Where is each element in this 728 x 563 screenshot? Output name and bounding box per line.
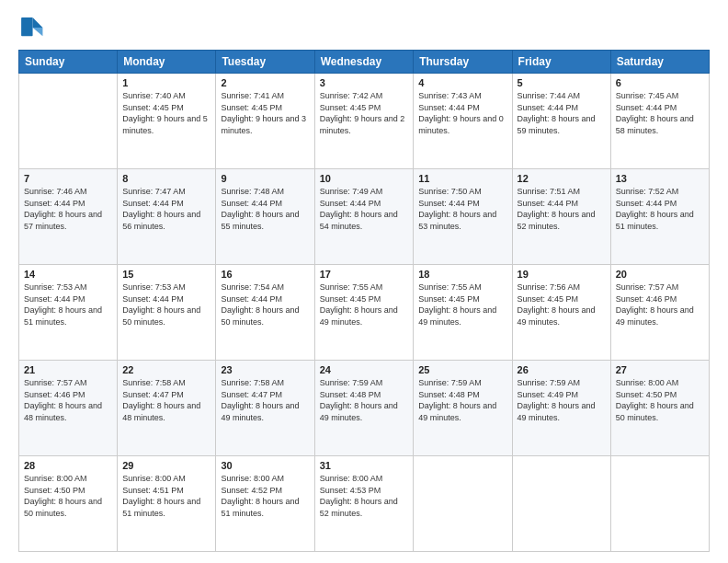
calendar-day-cell: 25Sunrise: 7:59 AMSunset: 4:48 PMDayligh… bbox=[414, 361, 512, 456]
day-number: 25 bbox=[418, 364, 506, 375]
calendar-day-cell: 23Sunrise: 7:58 AMSunset: 4:47 PMDayligh… bbox=[216, 361, 314, 456]
day-number: 3 bbox=[320, 77, 409, 88]
day-number: 28 bbox=[24, 460, 112, 471]
weekday-header-cell: Wednesday bbox=[314, 51, 414, 74]
calendar-day-cell: 16Sunrise: 7:54 AMSunset: 4:44 PMDayligh… bbox=[216, 265, 314, 361]
day-info: Sunrise: 7:42 AMSunset: 4:45 PMDaylight:… bbox=[320, 90, 409, 136]
day-info: Sunrise: 7:56 AMSunset: 4:45 PMDaylight:… bbox=[518, 282, 606, 327]
calendar-day-cell: 20Sunrise: 7:57 AMSunset: 4:46 PMDayligh… bbox=[610, 265, 709, 361]
calendar-day-cell: 10Sunrise: 7:49 AMSunset: 4:44 PMDayligh… bbox=[314, 169, 414, 265]
day-info: Sunrise: 7:57 AMSunset: 4:46 PMDaylight:… bbox=[616, 282, 704, 327]
calendar-day-cell: 18Sunrise: 7:55 AMSunset: 4:45 PMDayligh… bbox=[414, 265, 512, 361]
calendar-day-cell: 22Sunrise: 7:58 AMSunset: 4:47 PMDayligh… bbox=[118, 361, 216, 456]
calendar-body: 1Sunrise: 7:40 AMSunset: 4:45 PMDaylight… bbox=[19, 74, 710, 552]
calendar-day-cell: 19Sunrise: 7:56 AMSunset: 4:45 PMDayligh… bbox=[512, 265, 610, 361]
calendar-day-cell: 30Sunrise: 8:00 AMSunset: 4:52 PMDayligh… bbox=[216, 456, 314, 552]
logo-icon bbox=[18, 15, 44, 40]
weekday-header-row: SundayMondayTuesdayWednesdayThursdayFrid… bbox=[19, 51, 710, 74]
day-number: 12 bbox=[518, 173, 606, 184]
calendar-day-cell: 27Sunrise: 8:00 AMSunset: 4:50 PMDayligh… bbox=[610, 361, 709, 456]
calendar-day-cell: 28Sunrise: 8:00 AMSunset: 4:50 PMDayligh… bbox=[19, 456, 118, 552]
day-info: Sunrise: 7:50 AMSunset: 4:44 PMDaylight:… bbox=[418, 186, 506, 232]
day-number: 5 bbox=[518, 77, 606, 88]
day-number: 17 bbox=[320, 269, 409, 280]
day-info: Sunrise: 7:53 AMSunset: 4:44 PMDaylight:… bbox=[122, 282, 210, 327]
day-number: 22 bbox=[122, 364, 210, 375]
day-info: Sunrise: 7:48 AMSunset: 4:44 PMDaylight:… bbox=[221, 186, 309, 232]
day-info: Sunrise: 7:43 AMSunset: 4:44 PMDaylight:… bbox=[418, 90, 506, 136]
day-number: 26 bbox=[518, 364, 606, 375]
calendar-day-cell: 14Sunrise: 7:53 AMSunset: 4:44 PMDayligh… bbox=[19, 265, 118, 361]
day-info: Sunrise: 7:40 AMSunset: 4:45 PMDaylight:… bbox=[122, 90, 210, 136]
day-number: 14 bbox=[24, 269, 112, 280]
day-info: Sunrise: 7:58 AMSunset: 4:47 PMDaylight:… bbox=[122, 377, 210, 423]
calendar-day-cell: 7Sunrise: 7:46 AMSunset: 4:44 PMDaylight… bbox=[19, 169, 118, 265]
day-number: 29 bbox=[122, 460, 210, 471]
calendar-week-row: 28Sunrise: 8:00 AMSunset: 4:50 PMDayligh… bbox=[19, 456, 710, 552]
day-info: Sunrise: 7:58 AMSunset: 4:47 PMDaylight:… bbox=[221, 377, 309, 423]
day-info: Sunrise: 8:00 AMSunset: 4:51 PMDaylight:… bbox=[122, 473, 210, 519]
day-number: 9 bbox=[221, 173, 309, 184]
logo bbox=[18, 15, 48, 40]
calendar-day-cell: 21Sunrise: 7:57 AMSunset: 4:46 PMDayligh… bbox=[19, 361, 118, 456]
day-info: Sunrise: 7:53 AMSunset: 4:44 PMDaylight:… bbox=[24, 282, 112, 327]
calendar-day-cell bbox=[610, 456, 709, 552]
calendar-day-cell: 9Sunrise: 7:48 AMSunset: 4:44 PMDaylight… bbox=[216, 169, 314, 265]
day-info: Sunrise: 7:57 AMSunset: 4:46 PMDaylight:… bbox=[24, 377, 112, 423]
day-info: Sunrise: 7:55 AMSunset: 4:45 PMDaylight:… bbox=[320, 282, 409, 327]
day-number: 8 bbox=[122, 173, 210, 184]
weekday-header-cell: Thursday bbox=[414, 51, 512, 74]
day-number: 11 bbox=[418, 173, 506, 184]
calendar-day-cell: 6Sunrise: 7:45 AMSunset: 4:44 PMDaylight… bbox=[610, 74, 709, 169]
calendar-day-cell: 17Sunrise: 7:55 AMSunset: 4:45 PMDayligh… bbox=[314, 265, 414, 361]
day-number: 20 bbox=[616, 269, 704, 280]
calendar-day-cell: 12Sunrise: 7:51 AMSunset: 4:44 PMDayligh… bbox=[512, 169, 610, 265]
svg-rect-2 bbox=[21, 17, 32, 36]
calendar-day-cell bbox=[512, 456, 610, 552]
day-info: Sunrise: 7:49 AMSunset: 4:44 PMDaylight:… bbox=[320, 186, 409, 232]
day-info: Sunrise: 7:41 AMSunset: 4:45 PMDaylight:… bbox=[221, 90, 309, 136]
day-number: 2 bbox=[221, 77, 309, 88]
calendar-day-cell bbox=[19, 74, 118, 169]
calendar-day-cell: 31Sunrise: 8:00 AMSunset: 4:53 PMDayligh… bbox=[314, 456, 414, 552]
day-number: 31 bbox=[320, 460, 409, 471]
day-number: 30 bbox=[221, 460, 309, 471]
calendar-day-cell: 26Sunrise: 7:59 AMSunset: 4:49 PMDayligh… bbox=[512, 361, 610, 456]
day-info: Sunrise: 8:00 AMSunset: 4:52 PMDaylight:… bbox=[221, 473, 309, 519]
day-info: Sunrise: 7:59 AMSunset: 4:49 PMDaylight:… bbox=[518, 377, 606, 423]
day-number: 10 bbox=[320, 173, 409, 184]
day-number: 7 bbox=[24, 173, 112, 184]
weekday-header-cell: Monday bbox=[118, 51, 216, 74]
page: SundayMondayTuesdayWednesdayThursdayFrid… bbox=[0, 0, 728, 563]
day-number: 18 bbox=[418, 269, 506, 280]
svg-marker-0 bbox=[33, 17, 43, 28]
day-info: Sunrise: 7:54 AMSunset: 4:44 PMDaylight:… bbox=[221, 282, 309, 327]
calendar-day-cell: 15Sunrise: 7:53 AMSunset: 4:44 PMDayligh… bbox=[118, 265, 216, 361]
day-number: 24 bbox=[320, 364, 409, 375]
day-number: 21 bbox=[24, 364, 112, 375]
day-info: Sunrise: 7:46 AMSunset: 4:44 PMDaylight:… bbox=[24, 186, 112, 232]
day-info: Sunrise: 7:55 AMSunset: 4:45 PMDaylight:… bbox=[418, 282, 506, 327]
day-number: 23 bbox=[221, 364, 309, 375]
day-info: Sunrise: 7:59 AMSunset: 4:48 PMDaylight:… bbox=[320, 377, 409, 423]
calendar-day-cell: 13Sunrise: 7:52 AMSunset: 4:44 PMDayligh… bbox=[610, 169, 709, 265]
day-number: 15 bbox=[122, 269, 210, 280]
day-info: Sunrise: 7:52 AMSunset: 4:44 PMDaylight:… bbox=[616, 186, 704, 232]
day-info: Sunrise: 8:00 AMSunset: 4:50 PMDaylight:… bbox=[24, 473, 112, 519]
svg-marker-1 bbox=[33, 28, 43, 36]
calendar-day-cell: 3Sunrise: 7:42 AMSunset: 4:45 PMDaylight… bbox=[314, 74, 414, 169]
calendar-day-cell: 29Sunrise: 8:00 AMSunset: 4:51 PMDayligh… bbox=[118, 456, 216, 552]
weekday-header-cell: Friday bbox=[512, 51, 610, 74]
weekday-header-cell: Tuesday bbox=[216, 51, 314, 74]
day-number: 27 bbox=[616, 364, 704, 375]
day-info: Sunrise: 7:45 AMSunset: 4:44 PMDaylight:… bbox=[616, 90, 704, 136]
calendar-day-cell: 8Sunrise: 7:47 AMSunset: 4:44 PMDaylight… bbox=[118, 169, 216, 265]
calendar-day-cell: 5Sunrise: 7:44 AMSunset: 4:44 PMDaylight… bbox=[512, 74, 610, 169]
calendar-day-cell bbox=[414, 456, 512, 552]
calendar-week-row: 21Sunrise: 7:57 AMSunset: 4:46 PMDayligh… bbox=[19, 361, 710, 456]
weekday-header-cell: Sunday bbox=[19, 51, 118, 74]
calendar-day-cell: 24Sunrise: 7:59 AMSunset: 4:48 PMDayligh… bbox=[314, 361, 414, 456]
calendar-table: SundayMondayTuesdayWednesdayThursdayFrid… bbox=[18, 50, 710, 552]
day-info: Sunrise: 7:47 AMSunset: 4:44 PMDaylight:… bbox=[122, 186, 210, 232]
calendar-week-row: 1Sunrise: 7:40 AMSunset: 4:45 PMDaylight… bbox=[19, 74, 710, 169]
